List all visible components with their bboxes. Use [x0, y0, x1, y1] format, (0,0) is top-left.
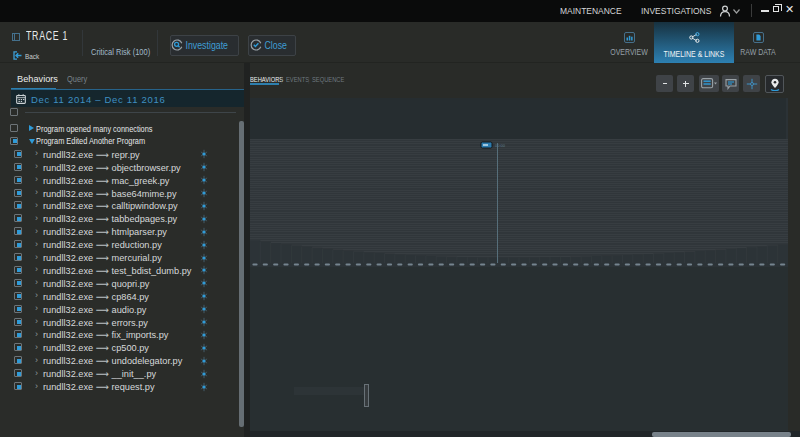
svg-text:00:00: 00:00: [495, 143, 506, 148]
